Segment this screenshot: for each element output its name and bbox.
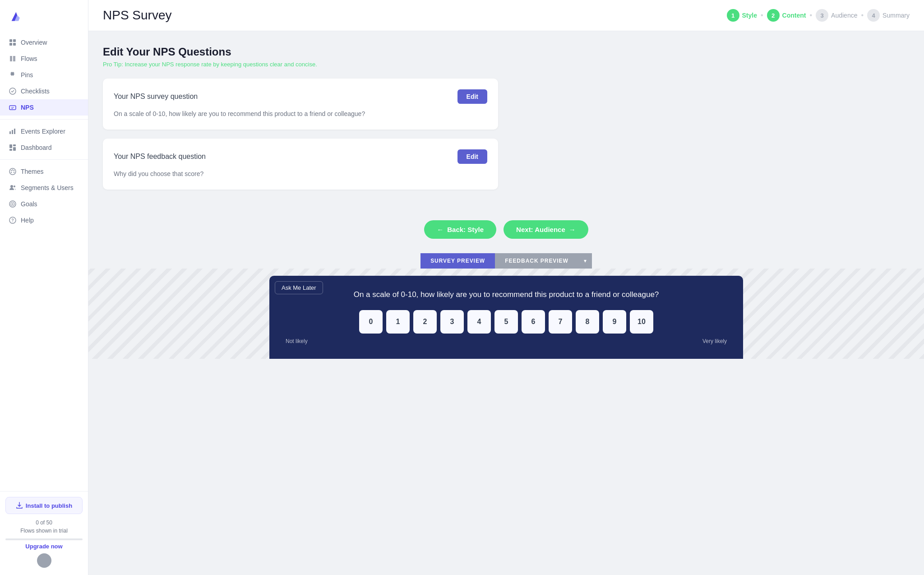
nps-number-1[interactable]: 1: [386, 310, 410, 334]
question-card-title-1: Your NPS survey question: [114, 93, 198, 101]
content-area: NPS Survey 1 Style • 2 Content •: [88, 0, 924, 575]
users-icon: [9, 184, 16, 191]
install-to-publish-button[interactable]: Install to publish: [5, 497, 83, 514]
sidebar-item-themes[interactable]: Themes: [0, 163, 88, 180]
sidebar-item-dashboard-label: Dashboard: [21, 144, 52, 151]
svg-point-27: [12, 222, 13, 222]
nps-number-10[interactable]: 10: [630, 310, 653, 334]
logo-area: [0, 0, 88, 32]
question-card-title-2: Your NPS feedback question: [114, 153, 206, 161]
sidebar-item-flows[interactable]: Flows: [0, 51, 88, 67]
step-2-label: Content: [782, 12, 806, 19]
sidebar-navigation: Overview Flows Pins Checklists: [0, 32, 88, 491]
step-3[interactable]: 3 Audience: [816, 9, 857, 22]
edit-questions-section: Edit Your NPS Questions Pro Tip: Increas…: [88, 31, 513, 209]
step-2[interactable]: 2 Content: [767, 9, 806, 22]
sidebar-item-goals[interactable]: Goals: [0, 196, 88, 212]
svg-point-15: [9, 168, 16, 175]
page-header: NPS Survey 1 Style • 2 Content •: [88, 0, 924, 31]
step-2-circle: 2: [767, 9, 780, 22]
nps-survey-widget: Ask Me Later On a scale of 0-10, how lik…: [269, 276, 743, 359]
sidebar-item-checklists[interactable]: Checklists: [0, 83, 88, 99]
svg-rect-13: [9, 149, 12, 151]
svg-point-16: [11, 170, 12, 171]
help-icon: [9, 217, 16, 224]
main-content: NPS Survey 1 Style • 2 Content •: [88, 0, 924, 575]
edit-feedback-question-button[interactable]: Edit: [457, 149, 487, 164]
svg-point-25: [12, 204, 14, 205]
feedback-preview-tab[interactable]: FEEDBACK PREVIEW: [495, 253, 578, 269]
sidebar-item-segments-users-label: Segments & Users: [21, 184, 74, 191]
nps-number-4[interactable]: 4: [467, 310, 491, 334]
question-card-header-2: Your NPS feedback question Edit: [114, 149, 487, 164]
dashboard-icon: [9, 144, 16, 151]
step-3-circle: 3: [816, 9, 828, 22]
nps-number-3[interactable]: 3: [440, 310, 464, 334]
sidebar-item-overview[interactable]: Overview: [0, 34, 88, 51]
sidebar-item-help-label: Help: [21, 217, 34, 224]
sidebar-item-events-explorer[interactable]: Events Explorer: [0, 123, 88, 139]
svg-point-20: [11, 172, 12, 173]
nps-survey-question-card: Your NPS survey question Edit On a scale…: [103, 79, 498, 130]
svg-rect-14: [13, 147, 16, 151]
book-icon: [9, 55, 16, 62]
svg-rect-2: [9, 39, 12, 42]
chart-icon: [9, 128, 16, 135]
step-1-circle: 1: [727, 9, 739, 22]
step-dot-3: •: [861, 11, 864, 19]
sidebar-item-nps-label: NPS: [21, 104, 34, 111]
nps-number-2[interactable]: 2: [413, 310, 437, 334]
step-dot-1: •: [761, 11, 763, 19]
sidebar-item-nps[interactable]: NPS: [0, 99, 88, 116]
nps-labels: Not likely Very likely: [284, 338, 729, 344]
sidebar-item-checklists-label: Checklists: [21, 88, 50, 95]
nps-icon: [9, 104, 16, 111]
pin-icon: [9, 71, 16, 79]
sidebar-item-pins[interactable]: Pins: [0, 67, 88, 83]
app-logo: [7, 9, 23, 25]
nav-divider-1: [0, 119, 88, 120]
section-tip: Pro Tip: Increase your NPS response rate…: [103, 61, 498, 68]
step-4[interactable]: 4 Summary: [867, 9, 910, 22]
step-dot-2: •: [809, 11, 812, 19]
nps-number-5[interactable]: 5: [494, 310, 518, 334]
svg-point-18: [14, 170, 14, 171]
upgrade-now-link[interactable]: Upgrade now: [5, 543, 83, 550]
section-title: Edit Your NPS Questions: [103, 46, 498, 58]
goals-icon: [9, 200, 16, 208]
svg-rect-12: [13, 144, 16, 146]
survey-question-text: On a scale of 0-10, how likely are you t…: [114, 109, 487, 119]
stepper: 1 Style • 2 Content • 3: [727, 9, 910, 22]
preview-tabs-container: SURVEY PREVIEW FEEDBACK PREVIEW ▾: [88, 253, 924, 269]
sidebar-item-segments-users[interactable]: Segments & Users: [0, 180, 88, 196]
sidebar-item-flows-label: Flows: [21, 55, 37, 62]
sidebar-bottom: Install to publish 0 of 50 Flows shown i…: [0, 491, 88, 575]
sidebar-item-themes-label: Themes: [21, 168, 44, 175]
sidebar-item-dashboard[interactable]: Dashboard: [0, 139, 88, 156]
sidebar-item-overview-label: Overview: [21, 39, 47, 46]
install-btn-label: Install to publish: [11, 502, 77, 509]
nps-feedback-question-card: Your NPS feedback question Edit Why did …: [103, 139, 498, 190]
grid-icon: [9, 39, 16, 46]
ask-me-later-button[interactable]: Ask Me Later: [275, 281, 323, 294]
survey-preview-tab[interactable]: SURVEY PREVIEW: [420, 253, 495, 269]
nps-number-6[interactable]: 6: [522, 310, 545, 334]
sidebar: Overview Flows Pins Checklists: [0, 0, 88, 575]
back-style-button[interactable]: ← Back: Style: [424, 220, 496, 239]
nps-number-7[interactable]: 7: [549, 310, 572, 334]
nps-preview-question: On a scale of 0-10, how likely are you t…: [284, 290, 729, 299]
next-audience-button[interactable]: Next: Audience →: [504, 220, 588, 239]
svg-rect-8: [9, 131, 11, 134]
nps-number-8[interactable]: 8: [576, 310, 599, 334]
nps-number-9[interactable]: 9: [603, 310, 626, 334]
sidebar-item-help[interactable]: Help: [0, 212, 88, 228]
nps-number-0[interactable]: 0: [359, 310, 383, 334]
nav-divider-2: [0, 159, 88, 160]
next-arrow-icon: →: [569, 226, 576, 233]
step-3-label: Audience: [831, 12, 857, 19]
edit-survey-question-button[interactable]: Edit: [457, 89, 487, 104]
sidebar-item-events-explorer-label: Events Explorer: [21, 128, 65, 135]
svg-rect-9: [12, 130, 13, 134]
step-1[interactable]: 1 Style: [727, 9, 757, 22]
preview-dropdown-button[interactable]: ▾: [578, 253, 592, 269]
